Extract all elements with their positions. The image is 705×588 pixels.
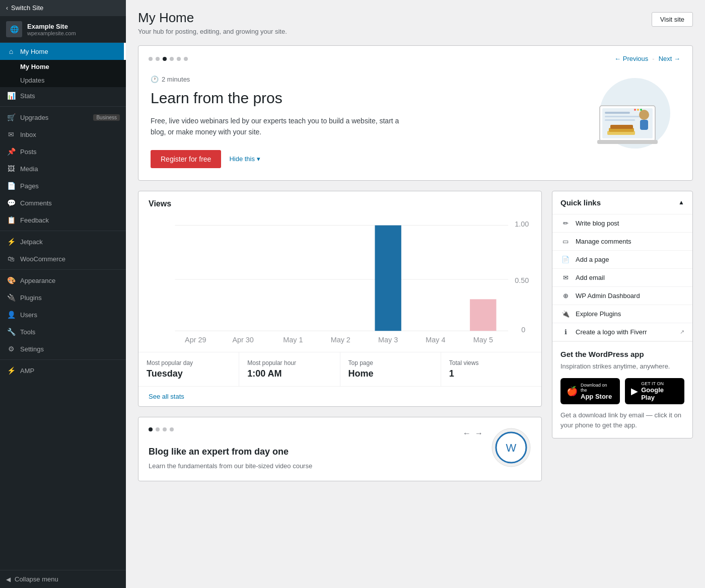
sidebar-item-label: Stats xyxy=(20,92,35,100)
svg-text:Apr 29: Apr 29 xyxy=(185,335,206,343)
sidebar-item-upgrades[interactable]: 🛒 Upgrades Business xyxy=(0,109,126,126)
stat-value-popular-day: Tuesday xyxy=(147,369,231,379)
site-details: Example Site wpexamplesite.com xyxy=(27,23,76,36)
media-icon: 🖼 xyxy=(6,165,16,173)
site-url: wpexamplesite.com xyxy=(27,30,76,36)
site-info[interactable]: 🌐 Example Site wpexamplesite.com xyxy=(0,16,126,43)
dot-2 xyxy=(156,57,160,61)
quick-links-sidebar: Quick links ▲ ✏ Write blog post ▭ Manage… xyxy=(552,191,693,449)
svg-rect-5 xyxy=(605,116,640,117)
hide-this-button[interactable]: Hide this ▾ xyxy=(229,155,260,163)
sidebar-item-posts[interactable]: 📌 Posts xyxy=(0,143,126,160)
sidebar-item-label: Feedback xyxy=(20,216,49,224)
quick-link-manage-comments[interactable]: ▭ Manage comments xyxy=(552,233,692,251)
sidebar-item-settings[interactable]: ⚙ Settings xyxy=(0,340,126,357)
quick-link-label: Create a logo with Fiverr xyxy=(576,328,647,336)
promo-card: ← Previous - Next → 🕐 2 minutes Learn fr… xyxy=(138,45,693,181)
quick-link-label: Add email xyxy=(576,274,605,281)
apple-app-store-button[interactable]: 🍎 Download on the App Store xyxy=(560,378,620,404)
stat-cell-total-views: Total views 1 xyxy=(441,352,541,386)
apple-badge-large-text: App Store xyxy=(581,393,614,400)
quick-links-collapse-icon[interactable]: ▲ xyxy=(678,199,684,206)
page-title: My Home xyxy=(138,10,287,26)
svg-text:May 2: May 2 xyxy=(331,335,350,343)
views-chart: 1.00 0.50 0 xyxy=(149,213,531,345)
promo2-illustration: W xyxy=(491,427,531,468)
switch-site-button[interactable]: ‹ Switch Site xyxy=(0,0,126,16)
promo-illustration xyxy=(570,76,680,156)
wp-app-email-desc: Get a download link by email — click it … xyxy=(560,410,684,430)
sidebar-item-tools[interactable]: 🔧 Tools xyxy=(0,323,126,340)
sidebar-item-feedback[interactable]: 📋 Feedback xyxy=(0,211,126,229)
sidebar-item-comments[interactable]: 💬 Comments xyxy=(0,194,126,211)
promo2-prev-button[interactable]: ← xyxy=(463,429,471,438)
quick-links-header: Quick links ▲ xyxy=(552,191,692,214)
sidebar-item-amp[interactable]: ⚡ AMP xyxy=(0,362,126,379)
sidebar-item-label: Comments xyxy=(20,199,52,207)
svg-text:0: 0 xyxy=(521,326,525,334)
quick-link-label: Write blog post xyxy=(576,219,619,227)
sidebar-subnav: My Home Updates xyxy=(0,60,126,87)
sidebar-item-label: My Home xyxy=(20,48,48,55)
stats-row: Most popular day Tuesday Most popular ho… xyxy=(138,352,541,386)
sidebar-item-inbox[interactable]: ✉ Inbox xyxy=(0,126,126,143)
sidebar-item-users[interactable]: 👤 Users xyxy=(0,306,126,323)
quick-link-label: Add a page xyxy=(576,256,609,263)
sidebar-item-woocommerce[interactable]: 🛍 WooCommerce xyxy=(0,250,126,267)
sidebar-item-pages[interactable]: 📄 Pages xyxy=(0,177,126,194)
quick-link-wp-admin[interactable]: ⊕ WP Admin Dashboard xyxy=(552,287,692,305)
main-content: My Home Your hub for posting, editing, a… xyxy=(126,0,705,588)
promo2-next-button[interactable]: → xyxy=(475,429,483,438)
promo2-dot-2 xyxy=(156,427,160,431)
see-all-stats-link[interactable]: See all stats xyxy=(138,386,541,406)
svg-text:Apr 30: Apr 30 xyxy=(232,335,253,343)
sidebar-item-plugins[interactable]: 🔌 Plugins xyxy=(0,289,126,306)
sidebar-item-stats[interactable]: 📊 Stats xyxy=(0,87,126,104)
views-title: Views xyxy=(149,199,531,208)
plugin-icon: 🔌 xyxy=(560,310,571,318)
dot-4 xyxy=(170,57,174,61)
visit-site-button[interactable]: Visit site xyxy=(652,12,693,27)
sidebar-item-label: Settings xyxy=(20,345,44,353)
promo-title: Learn from the pros xyxy=(151,89,559,107)
comments-icon: 💬 xyxy=(6,199,16,207)
promo2-dots xyxy=(149,427,174,431)
sidebar-item-media[interactable]: 🖼 Media xyxy=(0,160,126,177)
sidebar-item-label: AMP xyxy=(20,367,34,375)
promo-actions: Register for free Hide this ▾ xyxy=(151,150,559,168)
quick-link-add-email[interactable]: ✉ Add email xyxy=(552,269,692,287)
promo2-dot-4 xyxy=(170,427,174,431)
sidebar-subnav-item-my-home[interactable]: My Home xyxy=(0,60,126,74)
posts-icon: 📌 xyxy=(6,148,16,156)
quick-link-label: WP Admin Dashboard xyxy=(576,292,640,300)
sidebar-item-my-home[interactable]: ⌂ My Home xyxy=(0,43,126,60)
quick-link-explore-plugins[interactable]: 🔌 Explore Plugins xyxy=(552,305,692,323)
quick-link-write-blog[interactable]: ✏ Write blog post xyxy=(552,214,692,233)
sidebar-subnav-item-updates[interactable]: Updates xyxy=(0,74,126,87)
dot-5 xyxy=(177,57,181,61)
tools-icon: 🔧 xyxy=(6,328,16,336)
google-badge-large-text: Google Play xyxy=(641,386,678,401)
register-button[interactable]: Register for free xyxy=(151,150,221,168)
quick-link-label: Manage comments xyxy=(576,238,631,245)
carousel-nav: ← Previous - Next → xyxy=(612,54,682,63)
promo-time-label: 2 minutes xyxy=(162,76,190,83)
next-button[interactable]: Next → xyxy=(657,54,682,63)
sidebar-item-appearance[interactable]: 🎨 Appearance xyxy=(0,272,126,289)
sidebar-item-jetpack[interactable]: ⚡ Jetpack xyxy=(0,233,126,250)
settings-icon: ⚙ xyxy=(6,345,16,353)
promo-time: 🕐 2 minutes xyxy=(151,76,559,83)
previous-button[interactable]: ← Previous xyxy=(612,54,650,63)
collapse-menu-button[interactable]: ◀ Collapse menu xyxy=(0,570,126,588)
svg-text:W: W xyxy=(506,442,517,454)
promo2-dot-3 xyxy=(163,427,167,431)
stat-label-popular-hour: Most popular hour xyxy=(247,359,331,366)
carousel-header: ← Previous - Next → xyxy=(138,46,692,67)
wp-app-description: Inspiration strikes anytime, anywhere. xyxy=(560,361,684,372)
quick-link-add-page[interactable]: 📄 Add a page xyxy=(552,251,692,269)
google-play-button[interactable]: ▶ GET IT ON Google Play xyxy=(625,378,684,404)
sidebar-item-label: Users xyxy=(20,311,37,319)
stats-icon: 📊 xyxy=(6,92,16,100)
quick-link-create-logo[interactable]: ℹ Create a logo with Fiverr ↗ xyxy=(552,323,692,341)
wp-app-title: Get the WordPress app xyxy=(560,350,684,358)
